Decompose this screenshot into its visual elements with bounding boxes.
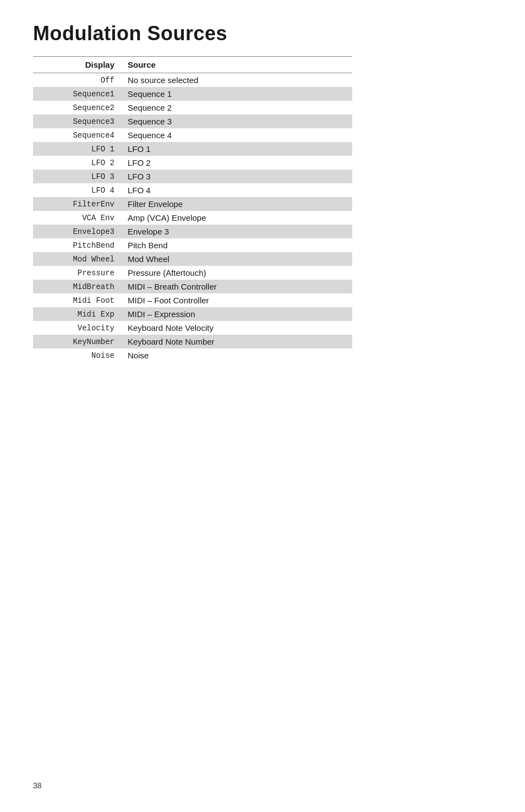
source-cell: Keyboard Note Number [121, 335, 352, 348]
table-row: FilterEnvFilter Envelope [33, 197, 352, 211]
table-row: LFO 2LFO 2 [33, 156, 352, 170]
source-cell: Pitch Bend [121, 238, 352, 252]
display-cell: Sequence1 [33, 87, 121, 101]
table-row: VCA EnvAmp (VCA) Envelope [33, 211, 352, 225]
display-cell: LFO 2 [33, 156, 121, 170]
display-cell: Noise [33, 348, 121, 362]
table-row: LFO 4LFO 4 [33, 183, 352, 197]
col-header-source: Source [121, 57, 352, 73]
table-row: Mod WheelMod Wheel [33, 252, 352, 266]
page-title: Modulation Sources [33, 22, 492, 45]
display-cell: VCA Env [33, 211, 121, 225]
display-cell: MidBreath [33, 280, 121, 293]
table-row: PressurePressure (Aftertouch) [33, 266, 352, 280]
table-row: LFO 1LFO 1 [33, 142, 352, 156]
table-row: Envelope3Envelope 3 [33, 225, 352, 238]
source-cell: Sequence 3 [121, 115, 352, 128]
display-cell: PitchBend [33, 238, 121, 252]
table-row: VelocityKeyboard Note Velocity [33, 321, 352, 335]
source-cell: Envelope 3 [121, 225, 352, 238]
source-cell: LFO 4 [121, 183, 352, 197]
display-cell: Sequence3 [33, 115, 121, 128]
table-row: NoiseNoise [33, 348, 352, 362]
display-cell: Midi Exp [33, 307, 121, 321]
source-cell: No source selected [121, 73, 352, 88]
table-row: MidBreathMIDI – Breath Controller [33, 280, 352, 293]
table-row: Sequence1Sequence 1 [33, 87, 352, 101]
display-cell: Sequence4 [33, 128, 121, 142]
display-cell: Pressure [33, 266, 121, 280]
table-row: Sequence4Sequence 4 [33, 128, 352, 142]
display-cell: KeyNumber [33, 335, 121, 348]
display-cell: LFO 4 [33, 183, 121, 197]
source-cell: Sequence 2 [121, 101, 352, 115]
display-cell: FilterEnv [33, 197, 121, 211]
source-cell: Sequence 1 [121, 87, 352, 101]
source-cell: Filter Envelope [121, 197, 352, 211]
source-cell: LFO 2 [121, 156, 352, 170]
display-cell: LFO 3 [33, 170, 121, 183]
source-cell: LFO 3 [121, 170, 352, 183]
table-row: Midi FootMIDI – Foot Controller [33, 293, 352, 307]
source-cell: Mod Wheel [121, 252, 352, 266]
page-number: 38 [33, 781, 42, 790]
display-cell: Off [33, 73, 121, 88]
display-cell: LFO 1 [33, 142, 121, 156]
table-row: PitchBendPitch Bend [33, 238, 352, 252]
display-cell: Mod Wheel [33, 252, 121, 266]
display-cell: Sequence2 [33, 101, 121, 115]
table-header-row: Display Source [33, 57, 352, 73]
table-row: Sequence3Sequence 3 [33, 115, 352, 128]
display-cell: Velocity [33, 321, 121, 335]
page-container: Modulation Sources Display Source OffNo … [0, 0, 525, 406]
source-cell: LFO 1 [121, 142, 352, 156]
source-cell: MIDI – Expression [121, 307, 352, 321]
table-row: LFO 3LFO 3 [33, 170, 352, 183]
source-cell: MIDI – Breath Controller [121, 280, 352, 293]
source-cell: Pressure (Aftertouch) [121, 266, 352, 280]
table-row: OffNo source selected [33, 73, 352, 88]
modulation-table: Display Source OffNo source selectedSequ… [33, 56, 352, 362]
display-cell: Envelope3 [33, 225, 121, 238]
source-cell: Noise [121, 348, 352, 362]
source-cell: Amp (VCA) Envelope [121, 211, 352, 225]
col-header-display: Display [33, 57, 121, 73]
source-cell: MIDI – Foot Controller [121, 293, 352, 307]
table-row: Sequence2Sequence 2 [33, 101, 352, 115]
table-row: Midi ExpMIDI – Expression [33, 307, 352, 321]
source-cell: Keyboard Note Velocity [121, 321, 352, 335]
display-cell: Midi Foot [33, 293, 121, 307]
source-cell: Sequence 4 [121, 128, 352, 142]
table-row: KeyNumberKeyboard Note Number [33, 335, 352, 348]
